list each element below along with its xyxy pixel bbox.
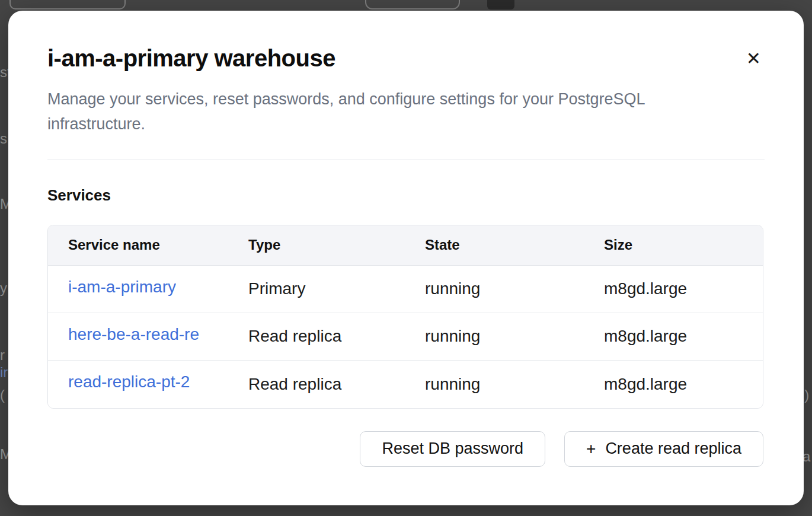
service-name-link[interactable]: i-am-a-primary	[68, 278, 176, 297]
dialog-description: Manage your services, reset passwords, a…	[47, 87, 717, 137]
service-type: Primary	[248, 279, 425, 298]
service-size: m8gd.large	[604, 279, 763, 298]
service-state: running	[425, 279, 604, 298]
column-header-type: Type	[248, 237, 425, 253]
services-heading: Services	[47, 186, 765, 205]
table-row: i-am-a-primary Primary running m8gd.larg…	[48, 266, 763, 313]
background-link-fragment: ir	[0, 364, 8, 381]
create-read-replica-label: Create read replica	[605, 439, 741, 458]
table-header-row: Service name Type State Size	[48, 225, 763, 266]
service-type: Read replica	[248, 375, 425, 394]
service-type: Read replica	[248, 327, 425, 346]
warehouse-dialog: i-am-a-primary warehouse ✕ Manage your s…	[8, 11, 804, 505]
background-text-fragment: (	[0, 387, 5, 403]
reset-db-password-button[interactable]: Reset DB password	[360, 431, 545, 467]
service-name-link[interactable]: read-replica-pt-2	[68, 372, 190, 391]
dialog-header: i-am-a-primary warehouse ✕	[47, 45, 765, 72]
close-icon[interactable]: ✕	[743, 46, 765, 71]
service-size: m8gd.large	[604, 375, 763, 394]
services-table: Service name Type State Size i-am-a-prim…	[47, 225, 763, 409]
background-text-fragment: y	[0, 280, 7, 297]
table-row: here-be-a-read-re Read replica running m…	[48, 313, 763, 361]
service-name-link[interactable]: here-be-a-read-re	[68, 325, 199, 344]
background-text-fragment: s	[0, 130, 7, 147]
service-state: running	[425, 375, 604, 394]
service-state: running	[425, 327, 604, 346]
create-read-replica-button[interactable]: + Create read replica	[564, 431, 763, 467]
background-text-fragment: r	[0, 347, 5, 364]
column-header-state: State	[425, 237, 604, 253]
plus-icon: +	[586, 441, 596, 457]
service-size: m8gd.large	[604, 327, 763, 346]
column-header-size: Size	[604, 237, 763, 253]
divider	[47, 160, 765, 160]
dialog-actions: Reset DB password + Create read replica	[47, 431, 763, 467]
reset-db-password-label: Reset DB password	[382, 439, 523, 458]
page-title: i-am-a-primary warehouse	[47, 45, 335, 72]
table-row: read-replica-pt-2 Read replica running m…	[48, 361, 763, 408]
column-header-service-name: Service name	[68, 237, 248, 253]
background-dark-element	[487, 0, 514, 9]
background-button-outline	[9, 0, 126, 9]
background-button-outline	[365, 0, 460, 9]
